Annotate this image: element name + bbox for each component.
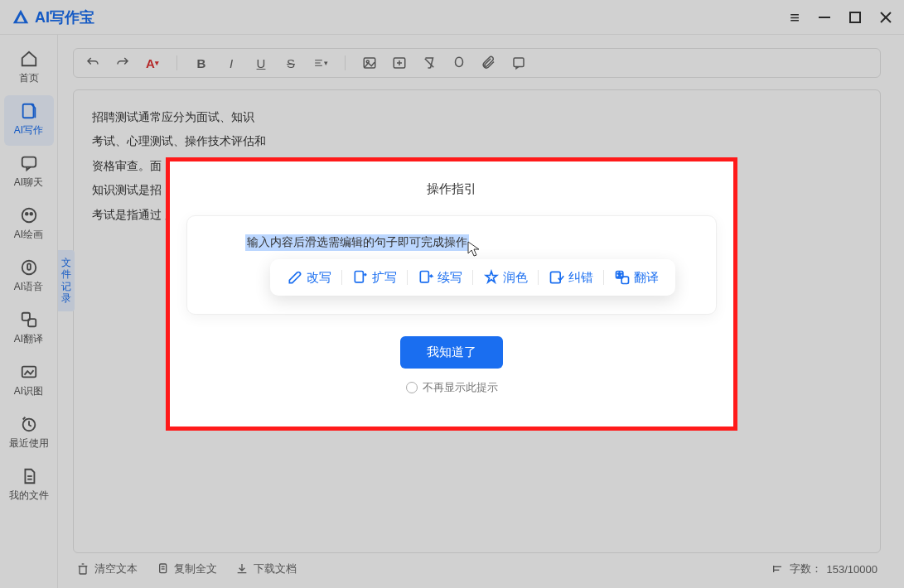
recent-icon: [20, 415, 38, 433]
attachment-icon[interactable]: [481, 55, 496, 70]
sidebar-item-home[interactable]: 首页: [4, 43, 54, 94]
sidebar-item-recent[interactable]: 最近使用: [4, 408, 54, 459]
undo-icon[interactable]: [85, 55, 100, 70]
vision-icon: [20, 363, 38, 381]
svg-rect-27: [80, 566, 86, 574]
strikethrough-icon[interactable]: S: [283, 55, 298, 70]
correct-icon: [549, 269, 565, 286]
svg-rect-10: [27, 263, 31, 269]
svg-point-8: [30, 213, 32, 215]
trash-icon: [76, 562, 89, 576]
dont-show-label: 不再显示此提示: [423, 380, 498, 395]
editor-line: 考试、心理测试、操作技术评估和: [92, 129, 862, 153]
svg-rect-40: [551, 272, 561, 282]
translate2-icon: 文: [614, 269, 631, 286]
action-label: 纠错: [568, 270, 593, 286]
sidebar-item-label: AI语音: [14, 280, 43, 294]
svg-rect-26: [514, 58, 524, 67]
action-label: 翻译: [634, 270, 659, 286]
action-continue[interactable]: 续写: [409, 266, 471, 289]
modal-ok-button[interactable]: 我知道了: [400, 336, 503, 369]
count-label: 字数：: [790, 561, 822, 576]
note-icon[interactable]: [511, 55, 526, 70]
svg-point-6: [22, 209, 36, 223]
download-label: 下载文档: [254, 561, 297, 576]
sidebar-item-label: 最近使用: [9, 436, 49, 451]
align-icon[interactable]: ▾: [313, 55, 328, 70]
modal-demo-panel: 输入内容后滑选需编辑的句子即可完成操作 改写 扩写 续写: [186, 215, 717, 315]
sidebar-item-voice[interactable]: AI语音: [4, 252, 54, 302]
files-icon: [20, 467, 38, 485]
app-logo: AI写作宝: [12, 7, 94, 27]
sidebar-item-chat[interactable]: AI聊天: [4, 147, 54, 198]
italic-icon[interactable]: I: [224, 55, 239, 70]
action-rewrite[interactable]: 改写: [278, 266, 340, 289]
copy-all-button[interactable]: 复制全文: [156, 561, 217, 576]
action-label: 扩写: [372, 270, 397, 286]
expand-icon: [352, 269, 369, 286]
continue-icon: [418, 269, 434, 286]
maximize-icon[interactable]: [849, 12, 861, 23]
redo-icon[interactable]: [115, 55, 130, 70]
sidebar-item-label: AI翻译: [14, 332, 43, 346]
sidebar-item-label: 首页: [19, 71, 39, 85]
editor-footer: 清空文本 复制全文 下载文档 字数： 153/10000: [73, 553, 881, 588]
sidebar-item-label: 我的文件: [9, 489, 49, 503]
svg-rect-5: [22, 157, 36, 167]
editor-line: 招聘测试通常应分为面试、知识: [92, 105, 862, 129]
paint-icon: [20, 206, 38, 224]
sidebar-item-label: AI聊天: [14, 176, 43, 190]
insert-image-icon[interactable]: [392, 55, 407, 70]
highlight-icon[interactable]: [452, 55, 467, 70]
action-polish[interactable]: 润色: [475, 266, 536, 289]
download-button[interactable]: 下载文档: [235, 561, 297, 576]
sidebar: 首页 AI写作 AI聊天 AI绘画 AI语音 AI翻译 AI识图 最近使用: [0, 35, 58, 588]
write-icon: [20, 102, 38, 120]
clear-text-button[interactable]: 清空文本: [76, 561, 138, 576]
svg-rect-1: [850, 12, 860, 22]
sidebar-item-translate[interactable]: AI翻译: [4, 304, 54, 354]
underline-icon[interactable]: U: [254, 55, 268, 70]
download-icon: [235, 562, 249, 576]
menu-icon[interactable]: ≡: [790, 9, 800, 26]
svg-text:文: 文: [617, 272, 622, 277]
count-value: 153/10000: [827, 563, 877, 576]
chat-icon: [20, 154, 38, 172]
close-icon[interactable]: [879, 11, 892, 24]
rewrite-icon: [287, 269, 303, 286]
image-icon[interactable]: [362, 55, 377, 70]
polish-icon: [483, 269, 500, 286]
minimize-icon[interactable]: [818, 11, 831, 24]
titlebar: AI写作宝 ≡: [0, 0, 904, 35]
sidebar-item-label: AI绘画: [14, 228, 43, 242]
sidebar-item-write[interactable]: AI写作: [4, 95, 54, 146]
count-icon: [771, 562, 785, 576]
sidebar-item-files[interactable]: 我的文件: [4, 460, 54, 511]
logo-icon: [12, 8, 30, 27]
svg-rect-36: [355, 272, 363, 282]
window-controls: ≡: [790, 9, 892, 26]
action-label: 改写: [307, 270, 331, 286]
clear-text-label: 清空文本: [94, 561, 138, 576]
font-color-icon[interactable]: A▾: [145, 55, 160, 70]
copy-all-label: 复制全文: [174, 561, 217, 576]
action-correct[interactable]: 纠错: [540, 266, 602, 289]
copy-icon: [156, 562, 169, 576]
action-translate[interactable]: 文 翻译: [606, 266, 667, 289]
svg-point-9: [22, 261, 36, 275]
clear-format-icon[interactable]: [422, 55, 437, 70]
action-label: 续写: [437, 270, 462, 286]
svg-point-7: [25, 213, 27, 215]
guide-modal: 操作指引 输入内容后滑选需编辑的句子即可完成操作 改写 扩写 续写: [166, 157, 737, 431]
home-icon: [20, 50, 38, 68]
action-bar: 改写 扩写 续写 润色: [270, 259, 675, 296]
action-expand[interactable]: 扩写: [344, 266, 405, 289]
sidebar-item-paint[interactable]: AI绘画: [4, 200, 54, 250]
translate-icon: [20, 311, 38, 329]
app-title: AI写作宝: [35, 7, 94, 27]
sidebar-item-vision[interactable]: AI识图: [4, 356, 54, 407]
voice-icon: [20, 258, 38, 277]
dont-show-again[interactable]: 不再显示此提示: [406, 380, 498, 395]
bold-icon[interactable]: B: [194, 55, 209, 70]
file-record-tab[interactable]: 文件记录: [58, 250, 75, 311]
